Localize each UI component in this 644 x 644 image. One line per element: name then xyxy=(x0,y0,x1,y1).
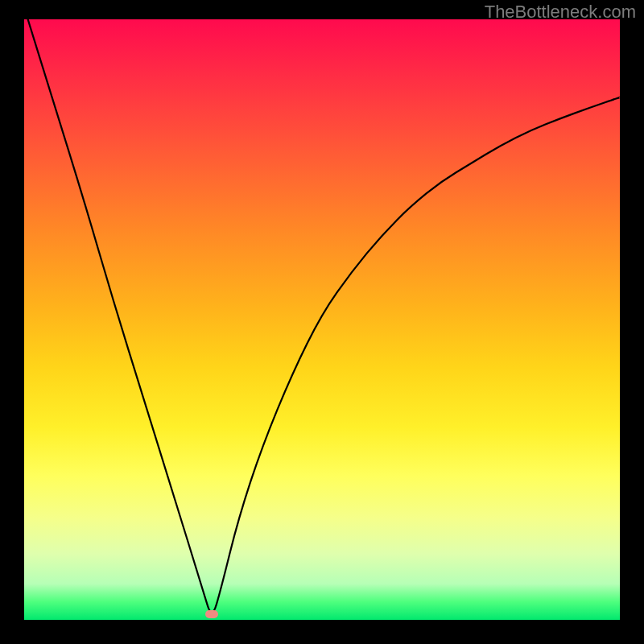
watermark-label: TheBottleneck.com xyxy=(485,2,636,23)
bottleneck-curve xyxy=(24,19,620,620)
minimum-marker xyxy=(205,610,218,618)
plot-area xyxy=(24,19,620,620)
chart-frame: TheBottleneck.com xyxy=(0,0,644,644)
